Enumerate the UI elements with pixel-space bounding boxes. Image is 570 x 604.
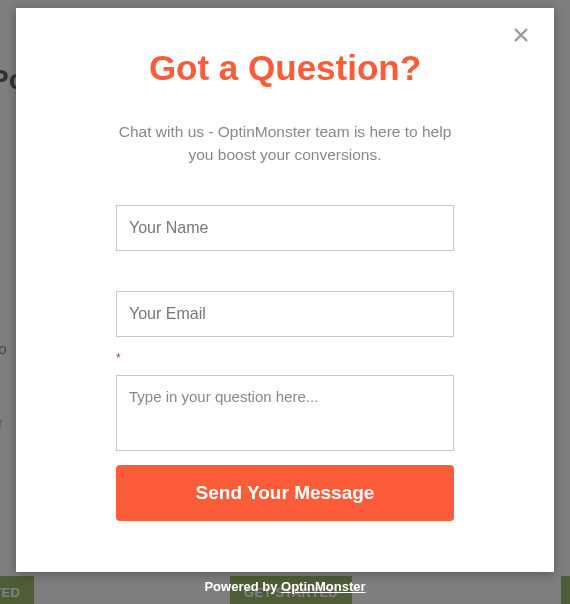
required-indicator: *: [116, 351, 454, 365]
modal-heading: Got a Question?: [116, 48, 454, 88]
powered-by-prefix: Powered by: [204, 579, 281, 594]
powered-by-link[interactable]: OptinMonster: [281, 579, 366, 594]
close-icon: [512, 26, 530, 44]
name-input[interactable]: [116, 205, 454, 251]
email-input[interactable]: [116, 291, 454, 337]
submit-button[interactable]: Send Your Message: [116, 465, 454, 521]
message-input[interactable]: [116, 375, 454, 451]
contact-modal: Got a Question? Chat with us - OptinMons…: [16, 8, 554, 572]
modal-subtext: Chat with us - OptinMonster team is here…: [116, 120, 454, 167]
powered-by-footer: Powered by OptinMonster: [0, 579, 570, 594]
close-button[interactable]: [512, 26, 532, 46]
